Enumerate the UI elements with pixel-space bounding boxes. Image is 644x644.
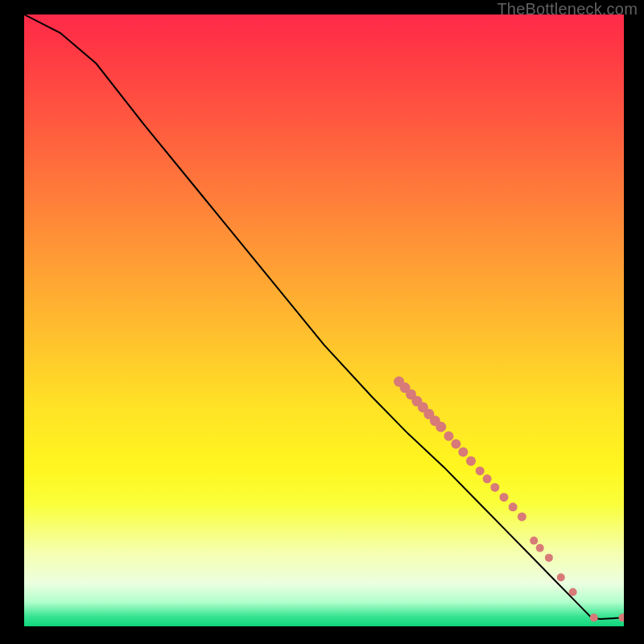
data-marker <box>518 512 526 521</box>
chart-frame: TheBottleneck.com <box>0 0 644 644</box>
data-marker <box>569 588 577 596</box>
data-marker <box>500 493 509 502</box>
data-marker <box>490 483 499 492</box>
data-marker <box>619 613 624 621</box>
data-marker <box>466 456 476 466</box>
curve-layer <box>24 14 624 626</box>
data-marker <box>458 447 468 456</box>
data-marker <box>590 613 598 621</box>
watermark-text: TheBottleneck.com <box>497 0 638 19</box>
data-marker <box>483 474 492 483</box>
data-marker <box>444 431 453 441</box>
data-marker <box>545 554 553 562</box>
data-marker <box>509 502 518 511</box>
bottleneck-curve <box>24 14 624 619</box>
data-marker <box>476 466 485 475</box>
data-marker <box>557 573 565 581</box>
data-marker <box>451 440 460 449</box>
data-marker <box>436 422 446 432</box>
plot-area <box>24 14 624 626</box>
data-marker <box>536 544 544 552</box>
data-marker <box>530 537 538 545</box>
